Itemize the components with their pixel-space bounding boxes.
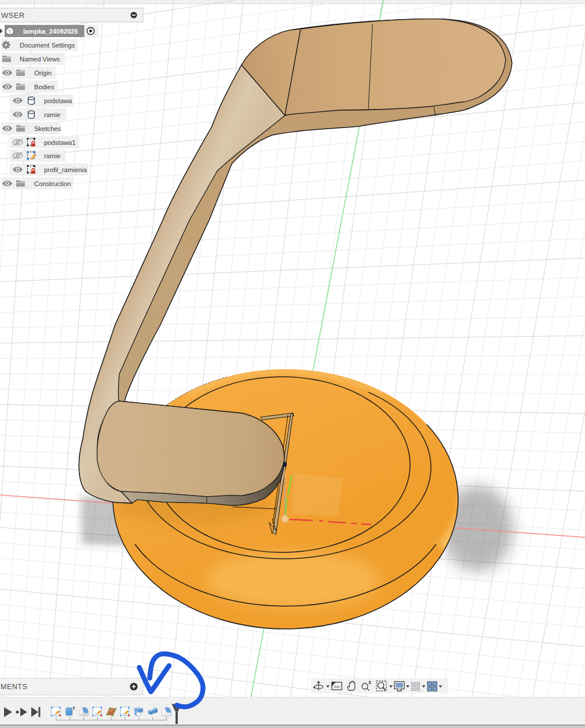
svg-text:lampka_24092025: lampka_24092025	[23, 28, 78, 35]
svg-text:Named Views: Named Views	[20, 56, 60, 63]
svg-text:WSER: WSER	[1, 11, 25, 20]
svg-text:Construction: Construction	[34, 180, 71, 187]
svg-text:MENTS: MENTS	[1, 683, 27, 691]
svg-text:Bodies: Bodies	[34, 83, 54, 90]
svg-text:Sketches: Sketches	[34, 125, 61, 132]
svg-text:ramie: ramie	[44, 152, 60, 159]
svg-text:podstawa: podstawa	[44, 97, 72, 104]
svg-text:profil_ramienia: profil_ramienia	[44, 166, 87, 173]
svg-text:podstawa1: podstawa1	[44, 139, 76, 146]
svg-text:Origin: Origin	[34, 70, 52, 77]
svg-text:Document Settings: Document Settings	[20, 42, 75, 49]
svg-text:ramie: ramie	[44, 111, 60, 118]
